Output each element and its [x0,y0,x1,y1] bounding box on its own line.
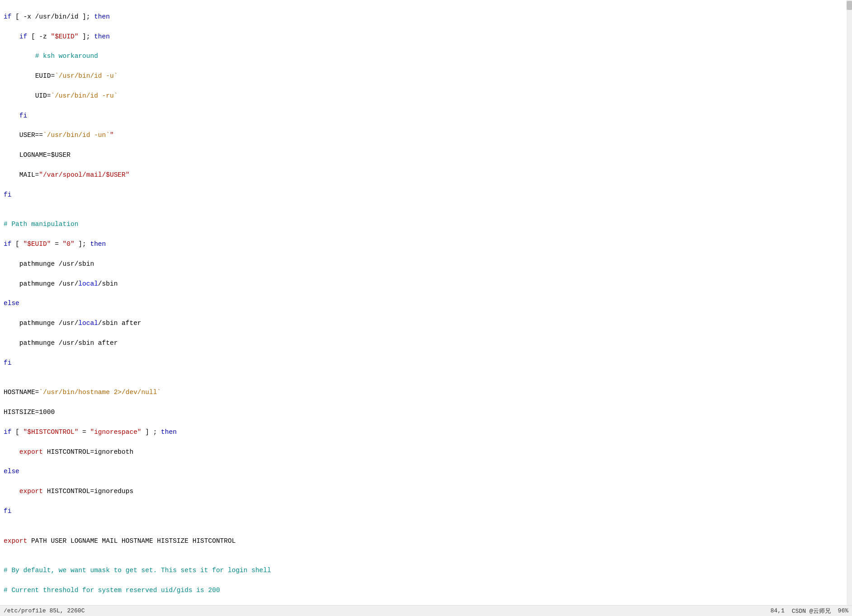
status-left: /etc/profile 85L, 2260C [4,607,85,614]
editor-window: if [ -x /usr/bin/id ]; then if [ -z "$EU… [0,0,852,616]
status-right: 84,1 CSDN @云师兄 96% [771,607,848,615]
zoom-level: 96% [838,607,848,614]
scrollbar[interactable] [847,0,852,605]
cursor-position: 84,1 [771,607,785,614]
site-label: CSDN @云师兄 [792,607,831,615]
status-bar: /etc/profile 85L, 2260C 84,1 CSDN @云师兄 9… [0,605,852,616]
file-info: /etc/profile 85L, 2260C [4,607,85,614]
code-area[interactable]: if [ -x /usr/bin/id ]; then if [ -z "$EU… [0,0,852,605]
code-content: if [ -x /usr/bin/id ]; then if [ -z "$EU… [0,0,852,605]
scrollbar-thumb[interactable] [847,1,852,10]
